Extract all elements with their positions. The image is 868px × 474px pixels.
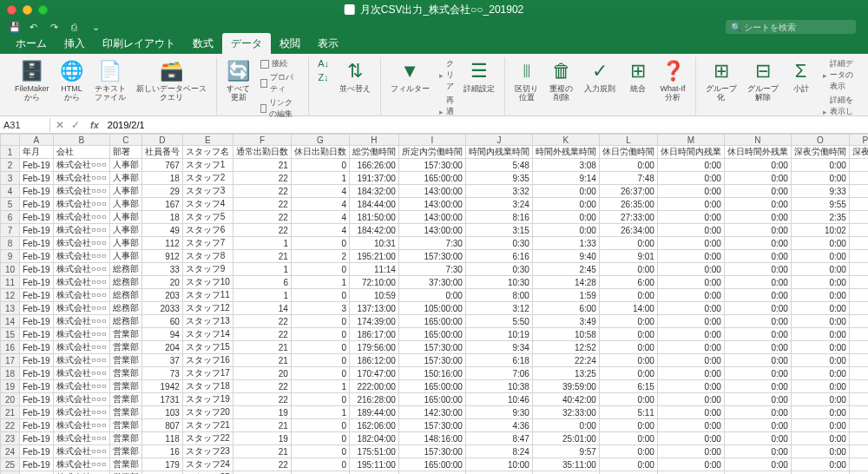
cell[interactable]: 7:30 [398, 263, 465, 276]
cell[interactable]: スタッフ9 [182, 263, 233, 276]
cell[interactable]: 0 [291, 445, 349, 458]
cell[interactable]: Feb-19 [20, 185, 54, 198]
cell[interactable]: 所定内労働時間 [398, 146, 465, 159]
cell[interactable] [849, 315, 868, 328]
cell[interactable]: 2:35 [791, 211, 849, 224]
cell[interactable]: Feb-19 [20, 354, 54, 367]
cell[interactable]: 105:00:00 [398, 302, 465, 315]
cell[interactable]: 10:30 [465, 276, 532, 289]
cell[interactable]: 0:00 [657, 393, 724, 406]
cell[interactable]: 0:00 [657, 341, 724, 354]
cell[interactable]: 3 [291, 302, 349, 315]
cell[interactable]: 社員番号 [141, 146, 182, 159]
cell[interactable]: 165:00:00 [398, 471, 465, 475]
cell[interactable]: 0:00 [724, 419, 791, 432]
tab-データ[interactable]: データ [222, 33, 271, 54]
row-header[interactable]: 12 [1, 289, 20, 302]
cell[interactable]: 深夜時 [849, 146, 868, 159]
cell[interactable]: 0:00 [724, 211, 791, 224]
cell[interactable]: Feb-19 [20, 172, 54, 185]
cell[interactable]: 143:00:00 [398, 224, 465, 237]
cell[interactable]: 26:35:00 [599, 198, 657, 211]
outline-2[interactable]: Σ小計 [786, 57, 816, 104]
filter-opt[interactable]: ▸クリア [437, 57, 456, 93]
cell[interactable]: 時間内残業時間 [465, 146, 532, 159]
col-header-F[interactable]: F [233, 135, 291, 146]
cell[interactable] [849, 458, 868, 471]
cell[interactable]: 営業部 [109, 406, 141, 419]
sort-button[interactable]: ⇅ 並べ替え [337, 57, 373, 95]
cell[interactable]: 6:15 [599, 380, 657, 393]
minimize-window-button[interactable] [23, 5, 32, 15]
cell[interactable]: 10:46 [465, 393, 532, 406]
print-icon[interactable]: ⎙ [71, 22, 82, 32]
cell[interactable]: Feb-19 [20, 224, 54, 237]
cell[interactable]: 73 [141, 367, 182, 380]
cell[interactable]: 0:00 [599, 289, 657, 302]
close-window-button[interactable] [7, 5, 16, 15]
cell[interactable]: Feb-19 [20, 159, 54, 172]
refresh-all-button[interactable]: 🔄 すべて 更新 [224, 57, 253, 104]
cell[interactable]: 0:00 [599, 354, 657, 367]
cell[interactable]: 157:30:00 [398, 159, 465, 172]
cell[interactable]: 0:00 [724, 315, 791, 328]
cell[interactable]: 20 [233, 367, 291, 380]
cell[interactable]: 5:11 [599, 406, 657, 419]
cell[interactable]: スタッフ名 [182, 146, 233, 159]
cell[interactable]: Feb-19 [20, 250, 54, 263]
row-header[interactable]: 6 [1, 211, 20, 224]
cell[interactable]: 21 [233, 419, 291, 432]
cell[interactable] [849, 172, 868, 185]
cell[interactable]: 0 [291, 341, 349, 354]
cell[interactable]: 1 [291, 406, 349, 419]
cell[interactable]: 179 [141, 458, 182, 471]
cell[interactable]: 143:00:00 [398, 211, 465, 224]
cell[interactable]: 0 [291, 458, 349, 471]
cell[interactable]: 186:12:00 [349, 354, 398, 367]
zoom-window-button[interactable] [38, 5, 48, 15]
cell[interactable] [849, 445, 868, 458]
filter-button[interactable]: ▼ フィルター [388, 57, 432, 95]
dbquery-button[interactable]: 🗃️新しいデータベースクエリ [134, 57, 209, 104]
tab-ホーム[interactable]: ホーム [7, 33, 56, 54]
cell[interactable]: 5:48 [465, 159, 532, 172]
cell[interactable]: 165:00:00 [398, 172, 465, 185]
cell[interactable]: 6:16 [465, 250, 532, 263]
col-header-C[interactable]: C [109, 135, 141, 146]
cell[interactable]: 0:00 [724, 289, 791, 302]
row-header[interactable]: 14 [1, 315, 20, 328]
col-header-H[interactable]: H [349, 135, 398, 146]
cell[interactable]: 22 [233, 198, 291, 211]
cell[interactable]: 0:00 [724, 198, 791, 211]
cell[interactable]: 人事部 [109, 237, 141, 250]
cell[interactable]: 株式会社○○○ [53, 458, 109, 471]
advanced-filter-button[interactable]: ☰ 詳細設定 [461, 57, 497, 95]
cell[interactable]: スタッフ11 [182, 289, 233, 302]
cell[interactable]: 0 [291, 263, 349, 276]
cell[interactable]: 22 [233, 224, 291, 237]
cell[interactable]: 0:00 [599, 263, 657, 276]
cell[interactable]: 総務部 [109, 276, 141, 289]
cell[interactable]: 14:00 [599, 302, 657, 315]
cell[interactable] [849, 354, 868, 367]
col-header-L[interactable]: L [599, 135, 657, 146]
cell[interactable]: 8:24 [465, 445, 532, 458]
cell[interactable]: Feb-19 [20, 445, 54, 458]
cell[interactable]: 807 [141, 419, 182, 432]
cell[interactable]: 1 [233, 263, 291, 276]
cell[interactable]: 営業部 [109, 380, 141, 393]
cell[interactable]: 203:16:00 [349, 471, 398, 475]
cell[interactable]: 0:00 [599, 393, 657, 406]
cell[interactable]: 株式会社○○○ [53, 328, 109, 341]
cell[interactable]: 0:00 [657, 224, 724, 237]
cell[interactable]: 0:00 [398, 289, 465, 302]
tab-数式[interactable]: 数式 [184, 33, 222, 54]
cell[interactable]: 営業部 [109, 393, 141, 406]
row-header[interactable]: 18 [1, 367, 20, 380]
col-header-N[interactable]: N [724, 135, 791, 146]
cell[interactable]: 株式会社○○○ [53, 471, 109, 475]
cell[interactable]: 営業部 [109, 367, 141, 380]
cell[interactable]: 0:00 [724, 393, 791, 406]
cell[interactable]: 0:00 [791, 159, 849, 172]
cell[interactable]: 1819 [141, 471, 182, 475]
